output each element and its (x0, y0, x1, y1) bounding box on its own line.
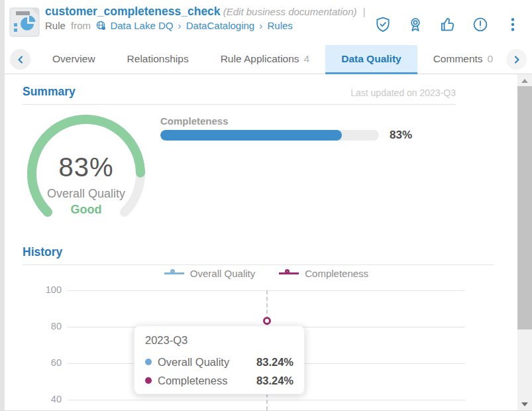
gauge-label: Overall Quality (23, 187, 149, 201)
shield-check-icon[interactable] (374, 16, 392, 33)
tabs: Overview Relationships Rule Applications… (36, 45, 509, 74)
history-section-header: History (23, 245, 494, 265)
header-actions (374, 16, 521, 33)
separator: | (363, 6, 366, 17)
line-circle-marker-icon (164, 272, 184, 274)
completeness-value: 83% (390, 129, 412, 142)
breadcrumb-separator: › (259, 20, 262, 31)
thumbs-up-icon[interactable] (439, 16, 456, 33)
overall-quality-gauge: 83% Overall Quality Good (23, 111, 149, 237)
gauge-text: 83% Overall Quality Good (23, 111, 149, 237)
completeness-progress-bar (160, 130, 379, 141)
tab-data-quality[interactable]: Data Quality (325, 45, 417, 74)
tab-count: 0 (488, 53, 494, 64)
completeness-progress-fill (160, 130, 342, 141)
gauge-value: 83% (23, 152, 149, 182)
edit-documentation-note[interactable]: (Edit business documentation) (223, 6, 357, 17)
breadcrumb-subdomain[interactable]: Rules (268, 20, 293, 31)
chart-tooltip: 2023-Q3 Overall Quality 83.24% Completen… (134, 325, 305, 394)
last-updated-label: Last updated on 2023-Q3 (350, 88, 456, 98)
community-globe-icon (96, 20, 106, 34)
legend-item-overall-quality[interactable]: Overall Quality (164, 268, 255, 279)
more-vertical-icon[interactable] (504, 16, 521, 33)
chart-legend: Overall Quality Completeness (68, 268, 465, 279)
line-circle-marker-icon (279, 272, 299, 274)
series-dot-icon (145, 377, 152, 384)
tabs-scroll-left-button[interactable] (10, 49, 30, 70)
breadcrumb-separator: › (178, 20, 182, 31)
asset-title-block: customer_completeness_check (Edit busine… (45, 5, 376, 34)
scrollbar-down-arrow[interactable] (517, 399, 532, 410)
summary-heading: Summary (23, 85, 76, 98)
breadcrumb-domain[interactable]: DataCataloging (186, 20, 254, 31)
left-edge-strip (0, 0, 5, 411)
alert-circle-icon[interactable] (472, 16, 489, 33)
completeness-data-point[interactable] (263, 317, 271, 325)
completeness-label: Completeness (160, 115, 229, 127)
rule-asset-icon (9, 7, 40, 40)
tab-overview[interactable]: Overview (36, 45, 111, 74)
legend-item-completeness[interactable]: Completeness (279, 268, 368, 279)
tab-bar: Overview Relationships Rule Applications… (5, 45, 532, 74)
series-dot-icon (145, 359, 152, 365)
asset-type-label: Rule (45, 20, 66, 31)
header: customer_completeness_check (Edit busine… (5, 0, 532, 45)
y-axis-tick: 100 (27, 284, 62, 295)
history-heading: History (23, 245, 62, 259)
breadcrumb-community[interactable]: Data Lake DQ (110, 20, 173, 31)
gauge-status: Good (23, 203, 149, 217)
asset-title[interactable]: customer_completeness_check (45, 5, 221, 18)
y-axis-tick: 40 (27, 394, 62, 404)
vertical-scrollbar[interactable] (517, 74, 532, 411)
from-label: from (71, 20, 91, 31)
y-axis-tick: 60 (27, 357, 62, 368)
tab-relationships[interactable]: Relationships (111, 45, 205, 74)
scrollbar-thumb[interactable] (517, 86, 532, 329)
certification-ribbon-icon[interactable] (407, 16, 424, 33)
tooltip-title: 2023-Q3 (145, 334, 293, 347)
tooltip-row: Completeness 83.24% (145, 371, 293, 390)
asset-page: customer_completeness_check (Edit busine… (0, 0, 532, 411)
tab-count: 4 (304, 53, 310, 64)
y-axis-tick: 80 (27, 321, 62, 331)
tabs-scroll-right-button[interactable] (506, 49, 527, 70)
summary-section-header: Summary Last updated on 2023-Q3 (23, 85, 456, 105)
tab-comments[interactable]: Comments0 (417, 45, 509, 74)
scrollbar-up-arrow[interactable] (517, 76, 532, 86)
tab-rule-applications[interactable]: Rule Applications4 (205, 45, 326, 74)
tooltip-row: Overall Quality 83.24% (145, 353, 293, 371)
